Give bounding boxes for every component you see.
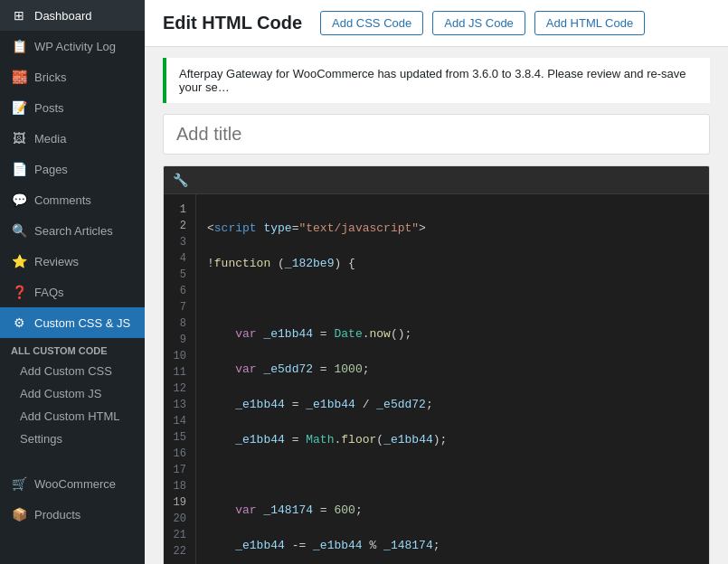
sidebar-item-faqs[interactable]: ❓ FAQs xyxy=(0,277,145,307)
notice-bar: Afterpay Gateway for WooCommerce has upd… xyxy=(163,58,710,103)
line-num-16: 16 xyxy=(169,446,190,462)
line-num-10: 10 xyxy=(169,348,190,364)
code-content[interactable]: <script type="text/javascript"> !functio… xyxy=(196,194,709,564)
line-num-2: 2 xyxy=(169,218,190,234)
add-css-code-button[interactable]: Add CSS Code xyxy=(320,11,423,35)
code-line-5: var _e5dd72 = 1000; xyxy=(207,361,698,379)
woocommerce-icon: 🛒 xyxy=(11,475,27,492)
sidebar-sub-item-add-custom-html[interactable]: Add Custom HTML xyxy=(0,405,145,428)
code-line-6: _e1bb44 = _e1bb44 / _e5dd72; xyxy=(207,396,698,414)
custom-css-js-icon: ⚙ xyxy=(11,315,27,331)
sidebar-item-media[interactable]: 🖼 Media xyxy=(0,123,145,154)
line-num-17: 17 xyxy=(169,462,190,478)
code-editor: 🔧 1 2 3 4 5 6 7 8 9 10 11 12 13 14 15 16… xyxy=(163,165,710,564)
line-num-9: 9 xyxy=(169,332,190,348)
line-num-21: 21 xyxy=(169,527,190,543)
line-num-1: 1 xyxy=(169,202,190,218)
line-num-14: 14 xyxy=(169,413,190,429)
sidebar-item-products[interactable]: 📦 Products xyxy=(0,499,145,530)
sidebar-sub-item-settings[interactable]: Settings xyxy=(0,428,145,450)
sidebar-item-bricks[interactable]: 🧱 Bricks xyxy=(0,61,145,92)
posts-icon: 📝 xyxy=(11,99,27,116)
line-numbers: 1 2 3 4 5 6 7 8 9 10 11 12 13 14 15 16 1… xyxy=(164,194,196,564)
sidebar-sub-item-add-custom-css[interactable]: Add Custom CSS xyxy=(0,360,145,382)
line-num-22: 22 xyxy=(169,543,190,559)
line-num-7: 7 xyxy=(169,299,190,315)
sidebar-item-dashboard[interactable]: ⊞ Dashboard xyxy=(0,0,145,31)
code-line-2: !function (_182be9) { xyxy=(207,255,698,273)
activity-log-icon: 📋 xyxy=(11,38,27,54)
line-num-5: 5 xyxy=(169,267,190,283)
bricks-icon: 🧱 xyxy=(11,69,27,85)
code-line-3 xyxy=(207,290,698,308)
sidebar-item-posts[interactable]: 📝 Posts xyxy=(0,92,145,123)
products-icon: 📦 xyxy=(11,506,27,522)
sidebar-item-reviews[interactable]: ⭐ Reviews xyxy=(0,246,145,277)
media-icon: 🖼 xyxy=(11,130,27,146)
code-line-8 xyxy=(207,466,698,484)
line-num-18: 18 xyxy=(169,478,190,494)
code-line-4: var _e1bb44 = Date.now(); xyxy=(207,325,698,343)
sidebar-item-wp-activity-log[interactable]: 📋 WP Activity Log xyxy=(0,31,145,61)
line-num-11: 11 xyxy=(169,364,190,381)
add-js-code-button[interactable]: Add JS Code xyxy=(432,11,525,35)
line-num-20: 20 xyxy=(169,511,190,527)
dashboard-icon: ⊞ xyxy=(11,7,27,24)
sidebar-item-search-articles[interactable]: 🔍 Search Articles xyxy=(0,215,145,246)
main-header: Edit HTML Code Add CSS Code Add JS Code … xyxy=(145,0,728,47)
code-line-1: <script type="text/javascript"> xyxy=(207,220,698,238)
main-content: Edit HTML Code Add CSS Code Add JS Code … xyxy=(145,0,728,564)
pages-icon: 📄 xyxy=(11,161,27,177)
search-articles-icon: 🔍 xyxy=(11,222,27,239)
code-line-10: _e1bb44 -= _e1bb44 % _148174; xyxy=(207,537,698,555)
title-input[interactable] xyxy=(176,124,696,145)
sidebar-item-pages[interactable]: 📄 Pages xyxy=(0,154,145,184)
faqs-icon: ❓ xyxy=(11,284,27,300)
add-html-code-button[interactable]: Add HTML Code xyxy=(534,11,645,35)
sidebar-item-woocommerce[interactable]: 🛒 WooCommerce xyxy=(0,468,145,499)
code-line-9: var _148174 = 600; xyxy=(207,502,698,520)
line-num-13: 13 xyxy=(169,397,190,413)
reviews-icon: ⭐ xyxy=(11,253,27,269)
line-num-8: 8 xyxy=(169,315,190,332)
notice-text: Afterpay Gateway for WooCommerce has upd… xyxy=(179,67,686,94)
title-field-wrapper xyxy=(163,114,710,155)
line-num-3: 3 xyxy=(169,234,190,250)
all-custom-code-label: All Custom Code xyxy=(0,338,145,360)
editor-toolbar: 🔧 xyxy=(164,166,709,194)
line-num-4: 4 xyxy=(169,250,190,267)
comments-icon: 💬 xyxy=(11,192,27,208)
sidebar-sub-item-add-custom-js[interactable]: Add Custom JS xyxy=(0,382,145,405)
editor-toolbar-icon: 🔧 xyxy=(173,173,188,187)
page-title: Edit HTML Code xyxy=(163,13,302,33)
code-lines: 1 2 3 4 5 6 7 8 9 10 11 12 13 14 15 16 1… xyxy=(164,194,709,564)
line-num-12: 12 xyxy=(169,381,190,397)
sidebar-item-comments[interactable]: 💬 Comments xyxy=(0,184,145,215)
sidebar: ⊞ Dashboard 📋 WP Activity Log 🧱 Bricks 📝… xyxy=(0,0,145,564)
line-num-19: 19 xyxy=(169,494,190,511)
sidebar-item-custom-css-js[interactable]: ⚙ Custom CSS & JS xyxy=(0,307,145,338)
code-line-7: _e1bb44 = Math.floor(_e1bb44); xyxy=(207,431,698,449)
line-num-6: 6 xyxy=(169,283,190,299)
line-num-15: 15 xyxy=(169,429,190,446)
